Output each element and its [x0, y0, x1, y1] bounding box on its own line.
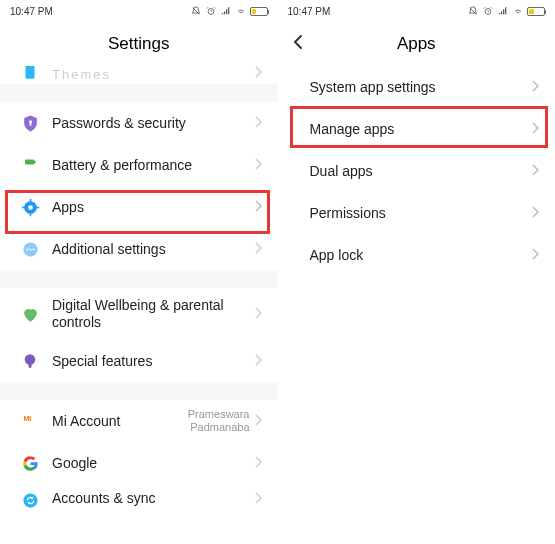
list-item-manage-apps[interactable]: Manage apps — [278, 108, 556, 150]
list-item-themes[interactable]: Themes — [0, 66, 278, 84]
apps-screen: 10:47 PM Apps System app settings Manage… — [278, 0, 556, 544]
svg-rect-11 — [36, 206, 39, 208]
label-miaccount: Mi Account — [44, 413, 188, 429]
dots-icon — [20, 239, 40, 259]
label-special: Special features — [44, 353, 254, 369]
label-wellbeing: Digital Wellbeing & parental controls — [52, 297, 254, 332]
list-item-special[interactable]: Special features — [0, 340, 278, 382]
status-bar: 10:47 PM — [0, 0, 278, 22]
svg-rect-4 — [25, 160, 34, 165]
dnd-icon — [467, 6, 479, 16]
chevron-icon — [254, 352, 262, 370]
battery-perf-icon — [20, 155, 40, 175]
svg-point-19 — [23, 493, 37, 507]
list-item-wellbeing[interactable]: Digital Wellbeing & parental controls — [0, 288, 278, 340]
svg-rect-5 — [34, 161, 36, 164]
chevron-icon — [531, 162, 539, 180]
label-manage: Manage apps — [302, 121, 532, 137]
alarm-icon — [482, 6, 494, 16]
settings-header: Settings — [0, 22, 278, 66]
svg-rect-9 — [29, 213, 31, 216]
svg-rect-8 — [29, 198, 31, 201]
label-additional: Additional settings — [44, 241, 254, 257]
chevron-icon — [254, 454, 262, 472]
svg-point-14 — [29, 248, 31, 250]
chevron-icon — [254, 305, 262, 323]
chevron-icon — [254, 66, 262, 82]
svg-point-13 — [26, 248, 28, 250]
chevron-icon — [254, 198, 262, 216]
wellbeing-icon — [20, 304, 40, 324]
dnd-icon — [190, 6, 202, 16]
wifi-icon — [235, 6, 247, 16]
label-dual: Dual apps — [302, 163, 532, 179]
status-time: 10:47 PM — [288, 6, 331, 17]
special-icon — [20, 351, 40, 371]
list-item-permissions[interactable]: Permissions — [278, 192, 556, 234]
list-item-apps[interactable]: Apps — [0, 186, 278, 228]
settings-list: Themes Passwords & security Battery & pe… — [0, 66, 278, 510]
svg-point-7 — [28, 205, 33, 210]
chevron-icon — [254, 114, 262, 132]
chevron-icon — [254, 240, 262, 258]
battery-icon — [527, 7, 545, 16]
wifi-icon — [512, 6, 524, 16]
label-applock: App lock — [302, 247, 532, 263]
chevron-icon — [531, 120, 539, 138]
mi-logo-icon: MI — [20, 411, 40, 431]
svg-rect-3 — [29, 122, 31, 125]
svg-rect-1 — [26, 66, 35, 79]
list-item-applock[interactable]: App lock — [278, 234, 556, 276]
label-passwords: Passwords & security — [44, 115, 254, 131]
signal-icon — [497, 6, 509, 16]
svg-rect-10 — [21, 206, 24, 208]
status-time: 10:47 PM — [10, 6, 53, 17]
status-icons — [190, 6, 268, 16]
page-title: Settings — [108, 34, 169, 54]
list-item-passwords[interactable]: Passwords & security — [0, 102, 278, 144]
svg-point-15 — [32, 248, 34, 250]
apps-list: System app settings Manage apps Dual app… — [278, 66, 556, 276]
list-item-accounts-sync[interactable]: Accounts & sync — [0, 484, 278, 510]
back-button[interactable] — [292, 34, 304, 54]
page-title: Apps — [397, 34, 436, 54]
apps-header: Apps — [278, 22, 556, 66]
list-item-battery[interactable]: Battery & performance — [0, 144, 278, 186]
chevron-icon — [531, 246, 539, 264]
chevron-icon — [531, 78, 539, 96]
signal-icon — [220, 6, 232, 16]
svg-point-16 — [25, 354, 36, 365]
alarm-icon — [205, 6, 217, 16]
shield-icon — [20, 113, 40, 133]
label-accounts-sync: Accounts & sync — [44, 490, 254, 506]
label-permissions: Permissions — [302, 205, 532, 221]
svg-text:MI: MI — [23, 415, 31, 422]
chevron-icon — [531, 204, 539, 222]
settings-screen: 10:47 PM Settings Themes Passwords & sec… — [0, 0, 278, 544]
sync-icon — [20, 490, 40, 510]
label-apps: Apps — [44, 199, 254, 215]
google-icon — [20, 453, 40, 473]
themes-icon — [20, 66, 40, 82]
list-item-additional[interactable]: Additional settings — [0, 228, 278, 270]
label-battery: Battery & performance — [44, 157, 254, 173]
label-system: System app settings — [302, 79, 532, 95]
svg-rect-17 — [29, 363, 32, 368]
gear-icon — [20, 197, 40, 217]
list-item-google[interactable]: Google — [0, 442, 278, 484]
list-item-miaccount[interactable]: MI Mi Account PrameswaraPadmanaba — [0, 400, 278, 442]
chevron-icon — [254, 156, 262, 174]
battery-icon — [250, 7, 268, 16]
list-item-dual-apps[interactable]: Dual apps — [278, 150, 556, 192]
chevron-icon — [254, 412, 262, 430]
chevron-icon — [254, 490, 262, 508]
sublabel-miaccount: PrameswaraPadmanaba — [188, 408, 254, 434]
status-bar: 10:47 PM — [278, 0, 556, 22]
label-google: Google — [44, 455, 254, 471]
status-icons — [467, 6, 545, 16]
list-item-system-apps[interactable]: System app settings — [278, 66, 556, 108]
label-themes: Themes — [44, 67, 254, 82]
